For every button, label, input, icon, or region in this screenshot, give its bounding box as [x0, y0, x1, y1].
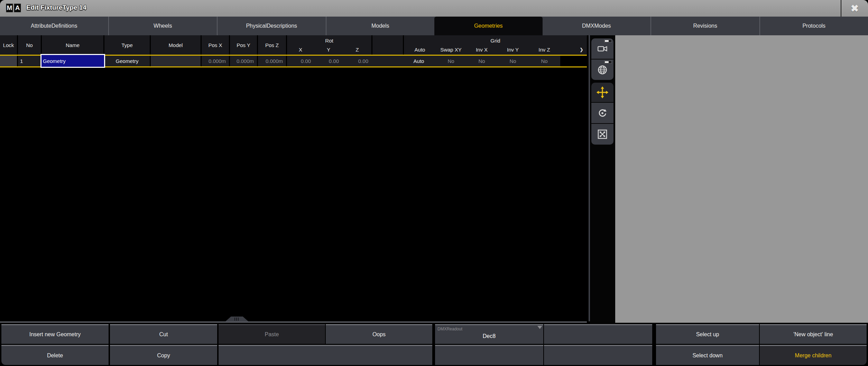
- tab-wheels[interactable]: Wheels: [108, 17, 217, 35]
- col-header-auto: Auto: [404, 45, 436, 54]
- col-header-name: Name: [42, 35, 103, 55]
- col-header-rot-x: X: [287, 45, 314, 54]
- dropdown-arrow-icon: [537, 326, 542, 329]
- camera-toggle-indicator: [604, 39, 612, 43]
- splitter-drag-handle[interactable]: [225, 317, 248, 321]
- copy-button[interactable]: Copy: [110, 345, 217, 365]
- edit-fixturetype-window: M A Edit FixtureType 14 ✖ AttributeDefin…: [0, 0, 868, 366]
- cell-type[interactable]: Geometry: [104, 56, 150, 66]
- move-tool-button[interactable]: [591, 83, 613, 102]
- close-icon[interactable]: ✖: [841, 0, 868, 17]
- grip-line: [236, 318, 237, 321]
- col-header-inv-x: Inv X: [466, 45, 497, 54]
- tab-geometries[interactable]: Geometries: [434, 17, 543, 35]
- col-header-pos-y: Pos Y: [230, 35, 257, 55]
- col-header-pos-z: Pos Z: [258, 35, 286, 55]
- viewport-3d[interactable]: [615, 35, 868, 323]
- cell-inv-x[interactable]: No: [466, 56, 497, 66]
- globe-icon: [597, 64, 608, 76]
- dmx-readout-caption: DMXReadout: [437, 327, 462, 331]
- tab-attributedefinitions[interactable]: AttributeDefinitions: [0, 17, 108, 35]
- cell-rot-z[interactable]: 0.00: [343, 56, 371, 66]
- cell-rot-y[interactable]: 0.00: [315, 56, 342, 66]
- empty-button-slot: [219, 345, 432, 365]
- window-title: Edit FixtureType 14: [26, 4, 86, 11]
- col-group-rot: Rot X Y Z: [287, 35, 371, 55]
- camera-icon: [597, 43, 608, 55]
- col-group-grid: Grid Auto Swap XY Inv X Inv Y Inv Z ❯: [404, 35, 587, 55]
- col-header-spacer: [372, 35, 403, 55]
- empty-button-slot: [435, 345, 543, 365]
- scale-icon: [597, 128, 608, 140]
- cell-pos-z[interactable]: 0.000m: [258, 56, 286, 66]
- col-header-pos-x: Pos X: [202, 35, 229, 55]
- col-header-rot-z: Z: [343, 45, 371, 54]
- empty-button-slot: [544, 324, 652, 344]
- col-header-no: No: [18, 35, 41, 55]
- cell-model[interactable]: [151, 56, 201, 66]
- tab-bar: AttributeDefinitions Wheels PhysicalDesc…: [0, 17, 868, 35]
- tab-protocols[interactable]: Protocols: [759, 17, 868, 35]
- table-header: Lock No Name Type Model Pos X Pos Y Pos …: [0, 35, 587, 55]
- cell-rot-grid-strip: 0.00 0.00 0.00 Auto No No No No: [287, 56, 560, 66]
- tab-revisions[interactable]: Revisions: [650, 17, 759, 35]
- col-group-rot-label: Rot: [287, 36, 371, 45]
- move-icon: [596, 86, 609, 99]
- insert-new-geometry-button[interactable]: Insert new Geometry: [1, 324, 109, 344]
- col-header-inv-y: Inv Y: [497, 45, 528, 54]
- dmx-readout-value: Dec8: [483, 333, 496, 339]
- col-group-grid-label: Grid: [404, 36, 587, 45]
- new-object-line-toggle[interactable]: 'New object' line: [760, 324, 867, 344]
- cell-inv-z[interactable]: No: [528, 56, 560, 66]
- globe-toggle-indicator: [604, 61, 612, 64]
- col-header-inv-z: Inv Z: [528, 45, 560, 54]
- tab-physicaldescriptions[interactable]: PhysicalDescriptions: [217, 17, 326, 35]
- oops-button[interactable]: Oops: [326, 324, 432, 344]
- col-header-rot-y: Y: [315, 45, 342, 54]
- col-header-model: Model: [151, 35, 201, 55]
- ma-logo-m: M: [6, 3, 13, 12]
- scroll-right-icon[interactable]: ❯: [560, 45, 587, 54]
- cell-lock[interactable]: [0, 56, 17, 66]
- ma-logo-a: A: [14, 3, 21, 12]
- scale-tool-button[interactable]: [591, 124, 613, 145]
- cell-no[interactable]: 1: [18, 56, 41, 66]
- cell-pos-x[interactable]: 0.000m: [202, 56, 229, 66]
- rotate-icon: [597, 107, 608, 119]
- select-down-button[interactable]: Select down: [656, 345, 759, 365]
- table-row: 1 Geometry Geometry 0.000m 0.000m 0.000m…: [0, 56, 587, 66]
- cell-rot-x[interactable]: 0.00: [287, 56, 314, 66]
- col-header-type: Type: [104, 35, 150, 55]
- delete-button[interactable]: Delete: [1, 345, 109, 365]
- geometries-content: Lock No Name Type Model Pos X Pos Y Pos …: [0, 35, 868, 324]
- cell-pos-y[interactable]: 0.000m: [230, 56, 257, 66]
- cell-swap-xy[interactable]: No: [436, 56, 466, 66]
- select-up-button[interactable]: Select up: [656, 324, 759, 344]
- tab-models[interactable]: Models: [326, 17, 435, 35]
- grip-line: [238, 318, 239, 321]
- col-header-swap-xy: Swap XY: [436, 45, 466, 54]
- viewport-toolbar: [590, 35, 615, 324]
- cell-inv-y[interactable]: No: [497, 56, 528, 66]
- empty-button-slot: [544, 345, 652, 365]
- grip-line: [234, 318, 235, 321]
- camera-view-button[interactable]: [591, 38, 613, 59]
- tab-dmxmodes[interactable]: DMXModes: [543, 17, 651, 35]
- world-grid-button[interactable]: [591, 60, 613, 80]
- rotate-tool-button[interactable]: [591, 103, 613, 123]
- dmx-readout-dropdown[interactable]: DMXReadout Dec8: [435, 324, 543, 344]
- splitter-bar[interactable]: [0, 321, 587, 323]
- footer-button-bar: Insert new Geometry Cut Paste Oops DMXRe…: [0, 324, 868, 366]
- cut-button[interactable]: Cut: [110, 324, 217, 344]
- col-header-lock: Lock: [0, 35, 17, 55]
- cell-auto[interactable]: Auto: [403, 56, 435, 66]
- titlebar: M A Edit FixtureType 14 ✖: [0, 0, 868, 17]
- ma-logo: M A: [6, 3, 21, 12]
- paste-button[interactable]: Paste: [219, 324, 325, 344]
- merge-children-toggle[interactable]: Merge children: [760, 345, 867, 365]
- name-edit-field[interactable]: Geometry: [40, 54, 105, 68]
